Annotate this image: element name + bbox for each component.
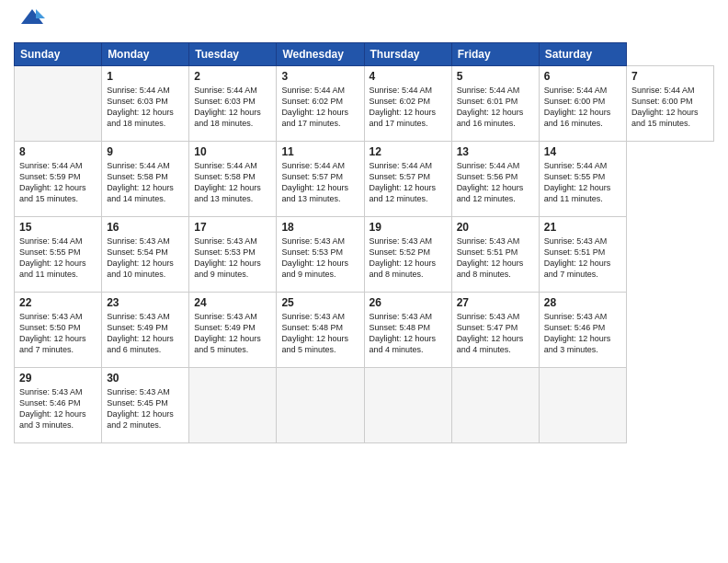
header (14, 9, 714, 35)
calendar-cell: 16Sunrise: 5:43 AM Sunset: 5:54 PM Dayli… (102, 217, 189, 293)
svg-marker-1 (36, 9, 45, 18)
cell-info: Sunrise: 5:44 AM Sunset: 5:59 PM Dayligh… (19, 160, 97, 205)
cell-info: Sunrise: 5:44 AM Sunset: 5:57 PM Dayligh… (281, 160, 358, 205)
calendar-row: 8Sunrise: 5:44 AM Sunset: 5:59 PM Daylig… (15, 142, 714, 217)
day-number: 2 (194, 70, 271, 83)
day-number: 30 (107, 372, 184, 385)
col-wednesday: Wednesday (277, 43, 364, 66)
day-number: 27 (457, 296, 534, 309)
calendar-cell (189, 368, 277, 443)
calendar-cell: 8Sunrise: 5:44 AM Sunset: 5:59 PM Daylig… (15, 142, 102, 217)
calendar-cell: 9Sunrise: 5:44 AM Sunset: 5:58 PM Daylig… (102, 142, 189, 217)
calendar-cell: 20Sunrise: 5:43 AM Sunset: 5:51 PM Dayli… (451, 217, 539, 293)
calendar-cell: 1Sunrise: 5:44 AM Sunset: 6:03 PM Daylig… (102, 66, 189, 142)
cell-info: Sunrise: 5:43 AM Sunset: 5:46 PM Dayligh… (544, 311, 621, 356)
cell-info: Sunrise: 5:43 AM Sunset: 5:50 PM Dayligh… (19, 311, 97, 356)
cell-info: Sunrise: 5:43 AM Sunset: 5:49 PM Dayligh… (107, 311, 184, 356)
calendar-cell: 3Sunrise: 5:44 AM Sunset: 6:02 PM Daylig… (277, 66, 364, 142)
day-number: 12 (370, 145, 447, 158)
calendar-header-row: Sunday Monday Tuesday Wednesday Thursday… (15, 43, 714, 66)
day-number: 4 (370, 70, 447, 83)
cell-info: Sunrise: 5:44 AM Sunset: 5:55 PM Dayligh… (544, 160, 621, 205)
cell-info: Sunrise: 5:44 AM Sunset: 5:58 PM Dayligh… (107, 160, 184, 205)
cell-info: Sunrise: 5:43 AM Sunset: 5:48 PM Dayligh… (370, 311, 447, 356)
day-number: 29 (19, 372, 97, 385)
calendar-cell: 11Sunrise: 5:44 AM Sunset: 5:57 PM Dayli… (277, 142, 364, 217)
calendar-cell: 21Sunrise: 5:43 AM Sunset: 5:51 PM Dayli… (539, 217, 626, 293)
cell-info: Sunrise: 5:43 AM Sunset: 5:52 PM Dayligh… (370, 236, 447, 281)
calendar-cell: 4Sunrise: 5:44 AM Sunset: 6:02 PM Daylig… (364, 66, 451, 142)
col-sunday: Sunday (15, 43, 102, 66)
calendar-table: Sunday Monday Tuesday Wednesday Thursday… (14, 42, 714, 443)
calendar-cell: 19Sunrise: 5:43 AM Sunset: 5:52 PM Dayli… (364, 217, 451, 293)
calendar-row: 1Sunrise: 5:44 AM Sunset: 6:03 PM Daylig… (15, 66, 714, 142)
day-number: 5 (457, 70, 534, 83)
calendar-cell: 28Sunrise: 5:43 AM Sunset: 5:46 PM Dayli… (539, 293, 626, 368)
cell-info: Sunrise: 5:44 AM Sunset: 5:56 PM Dayligh… (457, 160, 534, 205)
cell-info: Sunrise: 5:43 AM Sunset: 5:49 PM Dayligh… (194, 311, 271, 356)
calendar-cell: 10Sunrise: 5:44 AM Sunset: 5:58 PM Dayli… (189, 142, 277, 217)
day-number: 17 (194, 221, 271, 234)
day-number: 11 (281, 145, 358, 158)
calendar-row: 22Sunrise: 5:43 AM Sunset: 5:50 PM Dayli… (15, 293, 714, 368)
col-friday: Friday (451, 43, 539, 66)
calendar-cell: 17Sunrise: 5:43 AM Sunset: 5:53 PM Dayli… (189, 217, 277, 293)
calendar-cell: 15Sunrise: 5:44 AM Sunset: 5:55 PM Dayli… (15, 217, 102, 293)
day-number: 6 (544, 70, 621, 83)
cell-info: Sunrise: 5:44 AM Sunset: 5:55 PM Dayligh… (19, 236, 97, 281)
col-saturday: Saturday (539, 43, 626, 66)
cell-info: Sunrise: 5:44 AM Sunset: 6:00 PM Dayligh… (631, 85, 709, 130)
calendar-cell: 25Sunrise: 5:43 AM Sunset: 5:48 PM Dayli… (277, 293, 364, 368)
day-number: 28 (544, 296, 621, 309)
day-number: 25 (281, 296, 358, 309)
day-number: 22 (19, 296, 97, 309)
cell-info: Sunrise: 5:43 AM Sunset: 5:51 PM Dayligh… (457, 236, 534, 281)
cell-info: Sunrise: 5:43 AM Sunset: 5:54 PM Dayligh… (107, 236, 184, 281)
day-number: 3 (281, 70, 358, 83)
calendar-cell (277, 368, 364, 443)
day-number: 19 (370, 221, 447, 234)
page: Sunday Monday Tuesday Wednesday Thursday… (0, 0, 728, 563)
cell-info: Sunrise: 5:44 AM Sunset: 5:58 PM Dayligh… (194, 160, 271, 205)
day-number: 24 (194, 296, 271, 309)
calendar-cell: 6Sunrise: 5:44 AM Sunset: 6:00 PM Daylig… (539, 66, 626, 142)
calendar-cell (539, 368, 626, 443)
calendar-cell: 18Sunrise: 5:43 AM Sunset: 5:53 PM Dayli… (277, 217, 364, 293)
day-number: 7 (631, 70, 709, 83)
day-number: 9 (107, 145, 184, 158)
cell-info: Sunrise: 5:44 AM Sunset: 6:00 PM Dayligh… (544, 85, 621, 130)
day-number: 26 (370, 296, 447, 309)
day-number: 16 (107, 221, 184, 234)
calendar-cell: 24Sunrise: 5:43 AM Sunset: 5:49 PM Dayli… (189, 293, 277, 368)
calendar-cell: 14Sunrise: 5:44 AM Sunset: 5:55 PM Dayli… (539, 142, 626, 217)
logo-icon (19, 6, 45, 35)
cell-info: Sunrise: 5:43 AM Sunset: 5:46 PM Dayligh… (19, 386, 97, 431)
day-number: 15 (19, 221, 97, 234)
calendar-cell: 12Sunrise: 5:44 AM Sunset: 5:57 PM Dayli… (364, 142, 451, 217)
cell-info: Sunrise: 5:44 AM Sunset: 6:03 PM Dayligh… (194, 85, 271, 130)
calendar-cell (15, 66, 102, 142)
col-monday: Monday (102, 43, 189, 66)
calendar-cell: 26Sunrise: 5:43 AM Sunset: 5:48 PM Dayli… (364, 293, 451, 368)
cell-info: Sunrise: 5:43 AM Sunset: 5:53 PM Dayligh… (194, 236, 271, 281)
cell-info: Sunrise: 5:43 AM Sunset: 5:47 PM Dayligh… (457, 311, 534, 356)
day-number: 18 (281, 221, 358, 234)
calendar-cell: 29Sunrise: 5:43 AM Sunset: 5:46 PM Dayli… (15, 368, 102, 443)
calendar-cell (364, 368, 451, 443)
calendar-cell: 7Sunrise: 5:44 AM Sunset: 6:00 PM Daylig… (626, 66, 713, 142)
cell-info: Sunrise: 5:44 AM Sunset: 6:02 PM Dayligh… (281, 85, 358, 130)
day-number: 21 (544, 221, 621, 234)
cell-info: Sunrise: 5:43 AM Sunset: 5:51 PM Dayligh… (544, 236, 621, 281)
day-number: 8 (19, 145, 97, 158)
day-number: 13 (457, 145, 534, 158)
calendar-cell: 30Sunrise: 5:43 AM Sunset: 5:45 PM Dayli… (102, 368, 189, 443)
cell-info: Sunrise: 5:44 AM Sunset: 6:03 PM Dayligh… (107, 85, 184, 130)
day-number: 20 (457, 221, 534, 234)
calendar-cell: 22Sunrise: 5:43 AM Sunset: 5:50 PM Dayli… (15, 293, 102, 368)
calendar-cell: 2Sunrise: 5:44 AM Sunset: 6:03 PM Daylig… (189, 66, 277, 142)
day-number: 1 (107, 70, 184, 83)
calendar-cell: 5Sunrise: 5:44 AM Sunset: 6:01 PM Daylig… (451, 66, 539, 142)
calendar-cell: 13Sunrise: 5:44 AM Sunset: 5:56 PM Dayli… (451, 142, 539, 217)
cell-info: Sunrise: 5:43 AM Sunset: 5:53 PM Dayligh… (281, 236, 358, 281)
cell-info: Sunrise: 5:44 AM Sunset: 5:57 PM Dayligh… (370, 160, 447, 205)
